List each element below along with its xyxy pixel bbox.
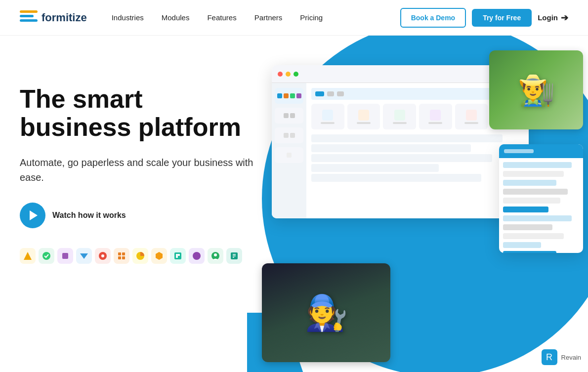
hero-title: The smart business platform (20, 85, 257, 141)
list-row-2 (311, 144, 471, 152)
svg-rect-2 (20, 10, 38, 13)
play-circle-icon (20, 203, 45, 228)
rp-row-5 (503, 198, 560, 204)
svg-rect-12 (122, 256, 125, 259)
app-icon-4[interactable] (76, 248, 92, 264)
rp-row-accent-2 (503, 251, 556, 253)
watch-video-button[interactable]: Watch how it works (20, 203, 126, 228)
book-demo-button[interactable]: Book a Demo (400, 8, 466, 28)
svg-rect-0 (20, 19, 38, 22)
svg-point-8 (101, 254, 104, 257)
svg-rect-15 (174, 252, 181, 259)
app-icon-6[interactable] (114, 248, 129, 264)
toolbar-tab-inactive-2 (337, 91, 344, 96)
svg-rect-10 (122, 252, 125, 255)
nav-partners[interactable]: Partners (254, 13, 283, 22)
grid-card-2 (347, 104, 380, 129)
svg-rect-17 (178, 254, 180, 256)
sidebar-icon-block-4 (275, 147, 303, 163)
window-minimize-dot (286, 72, 291, 77)
hero-subtitle: Automate, go paperless and scale your bu… (20, 155, 257, 185)
right-panel-body (499, 158, 583, 253)
app-icon-11[interactable] (208, 248, 223, 264)
revain-icon: R (542, 349, 557, 365)
svg-point-21 (214, 253, 217, 256)
rp-row-3 (503, 180, 556, 186)
svg-point-19 (193, 252, 201, 260)
right-panel-header (499, 144, 583, 158)
svg-marker-6 (80, 253, 88, 259)
app-icon-5[interactable] (95, 248, 111, 264)
nav-industries[interactable]: Industries (112, 13, 144, 22)
svg-marker-14 (156, 252, 163, 260)
toolbar-tab-active (315, 91, 324, 96)
svg-rect-16 (176, 254, 178, 256)
farmer-illustration: 👨‍🌾 (518, 73, 555, 108)
rp-row-2 (503, 171, 564, 177)
toolbar-tab-inactive (327, 91, 334, 96)
login-arrow-icon: ➔ (561, 12, 568, 23)
navbar: formitize Industries Modules Features Pa… (0, 0, 588, 36)
app-icon-10[interactable] (189, 248, 205, 264)
rp-row-1 (503, 162, 572, 168)
window-close-dot (278, 72, 283, 77)
nav-actions: Book a Demo Try for Free Login ➔ (400, 8, 568, 28)
nav-pricing[interactable]: Pricing (300, 13, 323, 22)
logo-link[interactable]: formitize (20, 10, 87, 25)
rp-row-7 (503, 224, 552, 230)
svg-rect-18 (176, 256, 178, 258)
right-panel-mockup (499, 144, 583, 253)
svg-rect-5 (62, 253, 68, 259)
play-triangle-icon (30, 210, 38, 220)
sidebar-icon-block-3 (275, 127, 303, 143)
mechanic-illustration: 🧑‍🔧 (305, 292, 348, 333)
mechanic-photo: 🧑‍🔧 (262, 263, 390, 362)
app-icon-9[interactable] (170, 248, 186, 264)
list-row-4 (311, 164, 439, 172)
grid-card-1 (311, 104, 344, 129)
logo-icon (20, 10, 38, 25)
rp-header-line (504, 149, 534, 153)
app-icons-row (20, 248, 257, 264)
svg-rect-11 (118, 256, 121, 259)
hero-section: The smart business platform Automate, go… (0, 36, 588, 372)
app-icon-12[interactable] (226, 248, 242, 264)
svg-rect-1 (20, 15, 34, 17)
revain-text: Revain (561, 354, 581, 361)
svg-marker-3 (24, 252, 32, 260)
grid-card-4 (419, 104, 452, 129)
login-label: Login (538, 13, 558, 22)
farmer-photo: 👨‍🌾 (489, 50, 583, 129)
rp-row-9 (503, 242, 541, 248)
svg-point-4 (42, 252, 50, 260)
try-free-button[interactable]: Try for Free (472, 9, 532, 27)
grid-card-5 (455, 104, 488, 129)
hero-visuals-right: 👨‍🌾 🧑‍🔧 (242, 36, 588, 372)
app-icon-3[interactable] (57, 248, 73, 264)
app-icon-7[interactable] (132, 248, 148, 264)
list-row-1 (311, 134, 503, 142)
hero-content-left: The smart business platform Automate, go… (20, 85, 257, 264)
nav-links: Industries Modules Features Partners Pri… (112, 13, 400, 22)
app-icon-2[interactable] (39, 248, 54, 264)
app-icon-8[interactable] (151, 248, 167, 264)
mockup-sidebar (272, 83, 306, 218)
svg-rect-9 (118, 252, 121, 255)
login-button[interactable]: Login ➔ (538, 12, 568, 23)
content-list (311, 134, 524, 182)
sidebar-icon-block-1 (275, 88, 303, 104)
rp-row-accent (503, 207, 548, 212)
list-row-5 (311, 174, 481, 182)
window-maximize-dot (294, 72, 298, 77)
nav-features[interactable]: Features (207, 13, 236, 22)
revain-badge: R Revain (542, 349, 581, 365)
grid-card-3 (383, 104, 416, 129)
nav-modules[interactable]: Modules (162, 13, 190, 22)
app-icon-1[interactable] (20, 248, 36, 264)
watch-label: Watch how it works (52, 211, 126, 220)
logo-text: formitize (42, 11, 87, 24)
rp-row-4 (503, 189, 568, 195)
sidebar-icon-block-2 (275, 108, 303, 124)
rp-row-6 (503, 215, 572, 221)
rp-row-8 (503, 233, 564, 239)
